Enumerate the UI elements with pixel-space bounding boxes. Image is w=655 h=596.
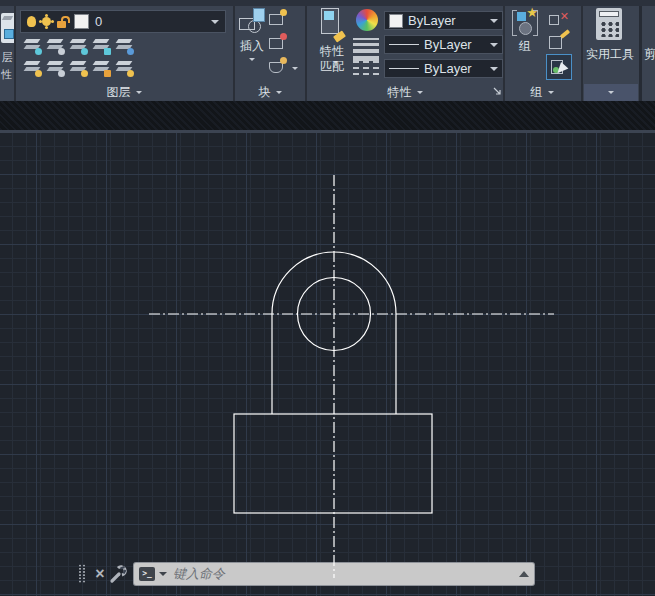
command-input[interactable] (171, 565, 515, 582)
match-properties-button[interactable]: 特性 匹配 (309, 8, 355, 74)
command-bar-drag-handle-icon[interactable] (78, 564, 87, 584)
block-panel: 插入 块 (235, 0, 305, 101)
chevron-down-icon (136, 91, 142, 97)
chevron-down-icon (249, 58, 255, 64)
chevron-down-icon (417, 91, 423, 97)
lineweight-icon[interactable] (353, 38, 379, 61)
linetype-value: ByLayer (424, 61, 485, 76)
layers-panel-label[interactable]: 图层 (16, 84, 232, 101)
group-edit-icon[interactable] (547, 32, 569, 50)
cursor-arrow-icon (557, 62, 569, 76)
canvas-top-edge (0, 130, 655, 133)
create-block-icon[interactable] (267, 9, 287, 27)
ribbon-bottom-strip (0, 101, 655, 130)
layer-color-swatch (74, 14, 89, 29)
linetype-icon[interactable] (353, 61, 379, 75)
layer-thaw-sun-icon (42, 17, 51, 26)
linetype-dropdown[interactable]: ByLayer (384, 59, 503, 78)
linetype-sample (389, 68, 419, 69)
chevron-down-icon[interactable] (292, 67, 298, 73)
layers-panel: 0 图层 (16, 0, 232, 101)
layer-unlock-icon (57, 16, 68, 28)
properties-dialog-launcher-icon[interactable] (493, 87, 502, 96)
drawing-canvas[interactable] (0, 133, 655, 596)
lock-layer-icon[interactable] (92, 37, 112, 55)
edit-attribute-icon[interactable] (267, 33, 287, 51)
chevron-down-icon (276, 91, 282, 97)
chevron-down-icon (211, 20, 219, 28)
thaw-all-layers-icon[interactable] (69, 59, 89, 77)
group-panel-label[interactable]: 组 (505, 84, 579, 101)
isolate-layer-icon[interactable] (46, 37, 66, 55)
group-button[interactable]: ★ 组 (508, 8, 542, 55)
match-layer-icon[interactable] (115, 59, 135, 77)
chevron-down-icon (548, 91, 554, 97)
layer-properties-label-char1: 层 (0, 50, 14, 65)
turn-on-all-layers-icon[interactable] (23, 59, 43, 77)
manage-attributes-icon[interactable] (267, 57, 287, 75)
lineweight-value: ByLayer (424, 37, 485, 52)
turn-off-layer-icon[interactable] (23, 37, 43, 55)
freeze-layer-icon[interactable] (69, 37, 89, 55)
layer-dropdown[interactable]: 0 (20, 10, 226, 33)
chevron-down-icon (608, 91, 614, 97)
command-input-field[interactable]: >_ (134, 563, 534, 585)
block-panel-label[interactable]: 块 (235, 84, 305, 101)
group-icon: ★ (512, 8, 538, 38)
layer-properties-icon (1, 13, 14, 43)
lineweight-sample (389, 44, 419, 45)
color-wheel-icon[interactable] (356, 9, 378, 31)
command-bar: × >_ (78, 560, 540, 587)
clipboard-panel-partial: 剪 (642, 0, 655, 101)
current-layer-name: 0 (95, 14, 205, 29)
clipboard-panel-partial-label[interactable]: 剪 (644, 46, 655, 63)
layer-properties-button-partial[interactable]: 层 性 (0, 6, 14, 101)
layer-properties-label-char2: 性 (0, 67, 14, 82)
utilities-button-label[interactable]: 实用工具 (582, 46, 638, 63)
unlock-layer-icon[interactable] (92, 59, 112, 77)
object-color-dropdown[interactable]: ByLayer (384, 11, 503, 30)
insert-block-icon (238, 8, 266, 38)
ribbon: 层 性 0 图层 插入 (0, 0, 655, 101)
chevron-down-icon (490, 43, 498, 51)
command-prompt-icon[interactable]: >_ (139, 567, 155, 581)
lineweight-dropdown[interactable]: ByLayer (384, 35, 503, 54)
command-bar-close-icon[interactable]: × (92, 566, 108, 582)
object-color-value: ByLayer (408, 13, 485, 28)
group-selection-toggle-button[interactable] (546, 54, 572, 80)
ungroup-icon[interactable]: ✕ (547, 9, 569, 27)
utilities-panel-expander[interactable] (584, 84, 638, 101)
chevron-down-icon (490, 67, 498, 75)
layer-on-bulb-icon (27, 16, 36, 27)
command-history-up-icon[interactable] (519, 566, 529, 577)
unisolate-layer-icon[interactable] (46, 59, 66, 77)
make-layer-current-icon[interactable] (115, 37, 135, 55)
quick-calculator-icon[interactable] (596, 8, 622, 40)
properties-panel-label[interactable]: 特性 (307, 84, 503, 101)
recent-commands-chevron-icon[interactable] (159, 572, 167, 580)
insert-block-button[interactable]: 插入 (236, 8, 268, 64)
match-properties-icon (319, 8, 345, 44)
object-color-swatch (389, 14, 403, 28)
chevron-down-icon (490, 19, 498, 27)
command-bar-customize-wrench-icon[interactable] (108, 564, 130, 584)
